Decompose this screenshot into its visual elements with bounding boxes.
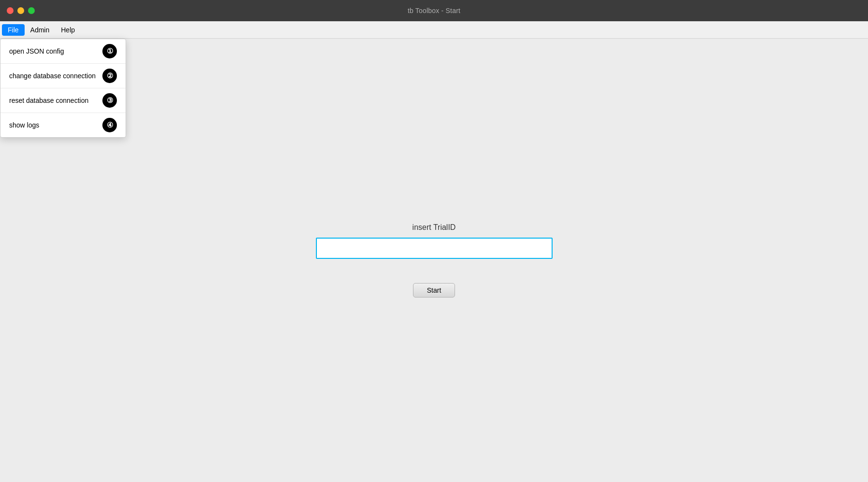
menu-show-logs[interactable]: show logs ④ bbox=[0, 113, 126, 137]
menu-item-help[interactable]: Help bbox=[55, 24, 81, 36]
trial-id-label: insert TrialID bbox=[413, 223, 456, 232]
menu-bar: File Admin Help open JSON config ① chang… bbox=[0, 21, 868, 39]
main-content: insert TrialID Start bbox=[0, 39, 868, 482]
badge-2: ② bbox=[102, 69, 117, 83]
trial-id-section: insert TrialID bbox=[316, 223, 553, 259]
menu-item-file[interactable]: File bbox=[2, 24, 25, 36]
window-title: tb Toolbox - Start bbox=[408, 7, 460, 14]
app-icon-text: tb bbox=[408, 7, 415, 14]
minimize-button[interactable] bbox=[17, 7, 24, 14]
badge-1: ① bbox=[102, 44, 117, 58]
reset-database-connection-label: reset database connection bbox=[9, 97, 96, 104]
open-json-config-label: open JSON config bbox=[9, 47, 96, 55]
trial-id-input[interactable] bbox=[316, 238, 553, 259]
file-dropdown-menu: open JSON config ① change database conne… bbox=[0, 39, 126, 138]
close-button[interactable] bbox=[7, 7, 14, 14]
window-title-text: Toolbox - Start bbox=[415, 7, 460, 14]
change-database-connection-label: change database connection bbox=[9, 72, 96, 80]
title-bar: tb Toolbox - Start bbox=[0, 0, 868, 21]
badge-3: ③ bbox=[102, 93, 117, 108]
badge-4: ④ bbox=[102, 118, 117, 132]
menu-item-admin[interactable]: Admin bbox=[25, 24, 56, 36]
menu-change-database-connection[interactable]: change database connection ② bbox=[0, 64, 126, 88]
show-logs-label: show logs bbox=[9, 121, 96, 129]
maximize-button[interactable] bbox=[28, 7, 35, 14]
menu-open-json-config[interactable]: open JSON config ① bbox=[0, 39, 126, 64]
start-button[interactable]: Start bbox=[413, 283, 455, 298]
menu-reset-database-connection[interactable]: reset database connection ③ bbox=[0, 88, 126, 113]
window-controls bbox=[7, 7, 35, 14]
